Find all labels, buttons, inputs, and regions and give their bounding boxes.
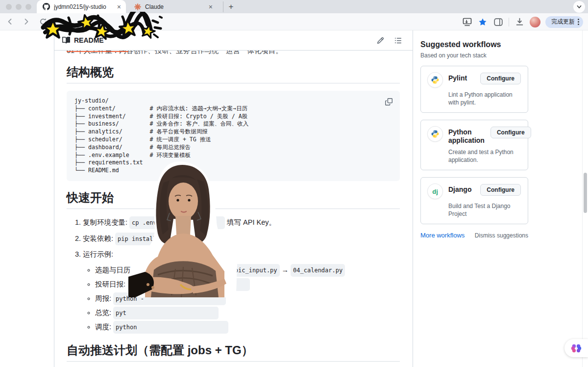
tab-title: jydmn0215/jy-studio bbox=[54, 3, 113, 10]
brain-icon bbox=[571, 343, 582, 353]
browser-toolbar: 完成更新 bbox=[0, 13, 588, 30]
workflow-card-django: dj Django Configure Build and Test a Dja… bbox=[420, 177, 528, 224]
inline-code: pyt bbox=[113, 307, 219, 319]
tab-search-button[interactable] bbox=[573, 1, 585, 13]
list-item: 总览: pyt bbox=[95, 307, 400, 319]
pencil-icon bbox=[377, 37, 384, 44]
inline-code: python bbox=[113, 321, 228, 334]
bookmark-star-icon[interactable] bbox=[477, 17, 488, 27]
configure-button[interactable]: Configure bbox=[490, 127, 531, 138]
sidebar-title: Suggested workflows bbox=[420, 40, 536, 49]
reload-button[interactable] bbox=[36, 15, 50, 28]
copy-icon bbox=[385, 98, 392, 105]
workflow-name: Django bbox=[448, 184, 474, 194]
tab-title: Claude bbox=[145, 3, 205, 10]
claude-favicon-icon bbox=[134, 3, 141, 10]
configure-button[interactable]: Configure bbox=[480, 184, 521, 196]
dismiss-suggestions-link[interactable]: Dismiss suggestions bbox=[475, 232, 528, 239]
scrollbar-thumb[interactable] bbox=[584, 173, 587, 213]
window-controls[interactable] bbox=[6, 4, 31, 10]
configure-button[interactable]: Configure bbox=[480, 73, 521, 84]
list-unordered-icon bbox=[394, 37, 402, 44]
more-workflows-link[interactable]: More workflows bbox=[420, 232, 465, 239]
section-heading-structure: 结构概览 bbox=[67, 65, 400, 83]
workflow-description: Lint a Python application with pylint. bbox=[448, 91, 521, 106]
update-button-label: 完成更新 bbox=[551, 18, 575, 26]
scrollbar-track bbox=[582, 30, 583, 367]
browser-update-button[interactable]: 完成更新 bbox=[545, 16, 583, 28]
workflow-card-python-application: Python application Configure Create and … bbox=[420, 120, 528, 170]
copy-code-button[interactable] bbox=[382, 95, 395, 108]
save-to-device-icon[interactable] bbox=[462, 17, 472, 27]
outline-button[interactable] bbox=[391, 34, 405, 47]
book-icon bbox=[62, 36, 70, 44]
sidebar-subtitle: Based on your tech stack bbox=[420, 52, 536, 59]
django-logo-icon: dj bbox=[428, 184, 442, 199]
browser-tab-strip: jydmn0215/jy-studio × Claude × + bbox=[0, 0, 588, 13]
side-panel-icon[interactable] bbox=[493, 17, 504, 27]
readme-header: README bbox=[54, 30, 413, 51]
github-favicon-icon bbox=[43, 3, 50, 10]
workflow-name: Pylint bbox=[448, 73, 474, 82]
inline-code: 04_calendar.py bbox=[291, 264, 345, 277]
downloads-icon[interactable] bbox=[514, 17, 525, 27]
section-heading-schedule: 自动推送计划（需配置 jobs + TG） bbox=[67, 343, 400, 362]
workflow-description: Create and test a Python application. bbox=[448, 148, 521, 164]
new-tab-button[interactable]: + bbox=[223, 1, 234, 12]
extension-floating-button[interactable] bbox=[564, 339, 588, 357]
chevron-down-icon bbox=[577, 4, 582, 9]
photo-overlay-sticker bbox=[128, 161, 237, 297]
more-menu-icon[interactable] bbox=[578, 19, 579, 25]
page-content: README 01 个人工作室：内容创作、投研、业务合作与统一运营一体化项目。 … bbox=[0, 30, 588, 367]
forward-button[interactable] bbox=[20, 15, 33, 28]
readme-title: README bbox=[74, 36, 104, 44]
tab-close-icon[interactable]: × bbox=[209, 3, 213, 10]
back-button[interactable] bbox=[3, 15, 17, 28]
list-item: 调度: python bbox=[95, 321, 400, 334]
tab-close-icon[interactable]: × bbox=[117, 3, 121, 10]
suggested-workflows-sidebar: Suggested workflows Based on your tech s… bbox=[414, 30, 536, 239]
python-logo-icon bbox=[428, 127, 442, 141]
workflow-card-pylint: Pylint Configure Lint a Python applicati… bbox=[420, 66, 528, 113]
edit-readme-button[interactable] bbox=[373, 34, 387, 47]
profile-avatar[interactable] bbox=[530, 17, 540, 27]
annotation-underline bbox=[67, 51, 128, 52]
workflow-description: Build and Test a Django Project bbox=[448, 202, 521, 218]
tab-github-repo[interactable]: jydmn0215/jy-studio × bbox=[37, 0, 126, 13]
tab-claude[interactable]: Claude × bbox=[128, 0, 218, 13]
workflow-name: Python application bbox=[448, 127, 485, 145]
python-logo-icon bbox=[428, 73, 442, 87]
toolbar-divider bbox=[509, 18, 509, 26]
